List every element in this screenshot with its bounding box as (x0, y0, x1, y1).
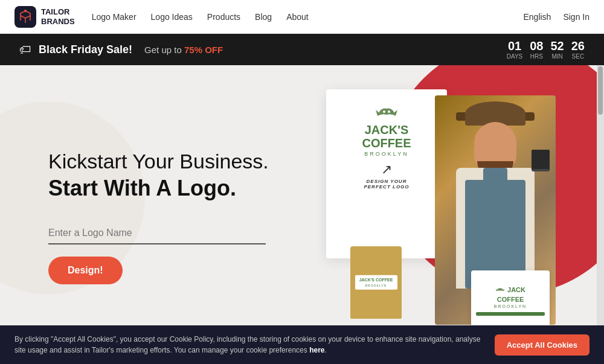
sign-in-link[interactable]: Sign In (563, 12, 590, 22)
logo-name-input-container (48, 223, 266, 244)
navbar-left: TAILOR BRANDS Logo Maker Logo Ideas Prod… (14, 6, 309, 28)
nav-logo-ideas[interactable]: Logo Ideas (151, 12, 193, 22)
logo-mockup-card: JACK'S COFFEE BROOKLYN ↗ DESIGN YOURPERF… (326, 89, 447, 258)
banner-subtitle: Get up to 75% OFF (144, 45, 223, 55)
design-button[interactable]: Design! (48, 257, 123, 284)
logo-name-input[interactable] (48, 223, 266, 244)
hero-tagline-line2: Start With A Logo. (48, 176, 269, 201)
timer-days: 01 Days (507, 40, 523, 60)
coffee-cup (532, 150, 550, 171)
black-friday-banner: 🏷 Black Friday Sale! Get up to 75% OFF 0… (0, 34, 604, 65)
card-brand-name2: COFFEE (497, 296, 524, 303)
card-brand-area: JACK (495, 286, 525, 293)
svg-rect-0 (14, 6, 36, 28)
navbar: TAILOR BRANDS Logo Maker Logo Ideas Prod… (0, 0, 604, 34)
sale-icon: 🏷 (19, 43, 31, 57)
svg-point-1 (24, 10, 27, 12)
timer-hours: 08 Hrs (530, 40, 543, 60)
card-stripe (476, 312, 545, 316)
timer-minutes: 52 Min (551, 40, 564, 60)
apron-bib (483, 168, 507, 183)
card-brand-name: JACK (507, 286, 525, 293)
card-fox-icon (495, 286, 505, 293)
nav-products[interactable]: Products (207, 12, 240, 22)
bottom-brand-card: JACK COFFEE BROOKLYN (471, 270, 550, 331)
hero-section: Kickstart Your Business. Start With A Lo… (0, 65, 604, 364)
timer-seconds: 26 Sec (571, 40, 585, 60)
arrow-icon: ↗ (381, 162, 392, 177)
mockup-brand-name: JACK'S COFFEE (362, 123, 411, 150)
cookie-banner: By clicking "Accept All Cookies", you ac… (0, 325, 604, 364)
logo[interactable]: TAILOR BRANDS (14, 6, 75, 28)
svg-point-2 (383, 110, 385, 113)
banner-left: 🏷 Black Friday Sale! Get up to 75% OFF (19, 43, 223, 57)
fox-icon (374, 104, 399, 121)
banner-title: Black Friday Sale! (39, 43, 132, 56)
hero-content: Kickstart Your Business. Start With A Lo… (48, 150, 269, 284)
person-head (474, 122, 516, 173)
mockup-tagline: DESIGN YOURPERFECT LOGO (364, 179, 409, 190)
bag-label: JACK'S COFFEE BROOKLYN (355, 275, 397, 290)
discount-highlight: 75% OFF (184, 45, 223, 55)
nav-logo-maker[interactable]: Logo Maker (92, 12, 137, 22)
nav-blog[interactable]: Blog (255, 12, 272, 22)
coffee-bag-mockup: JACK'S COFFEE BROOKLYN (350, 246, 402, 319)
hero-image-area: JACK'S COFFEE BROOKLYN ↗ DESIGN YOURPERF… (326, 89, 556, 343)
card-location: BROOKLYN (494, 304, 527, 308)
logo-text: TAILOR BRANDS (41, 7, 75, 26)
cup-base (532, 169, 549, 171)
cookie-preferences-link[interactable]: here (309, 346, 324, 354)
navbar-right: English Sign In (523, 12, 590, 22)
scrollbar-thumb[interactable] (598, 66, 603, 115)
scrollbar[interactable] (597, 65, 604, 364)
nav-links: Logo Maker Logo Ideas Products Blog Abou… (92, 12, 309, 22)
tailor-brands-logo-icon (14, 6, 36, 28)
nav-about[interactable]: About (286, 12, 309, 22)
countdown-timer: 01 Days 08 Hrs 52 Min 26 Sec (507, 40, 585, 60)
accept-cookies-button[interactable]: Accept All Cookies (495, 334, 590, 356)
cookie-text: By clicking "Accept All Cookies", you ac… (14, 334, 483, 356)
language-selector[interactable]: English (523, 12, 551, 22)
hero-tagline-line1: Kickstart Your Business. (48, 150, 269, 173)
svg-point-3 (388, 110, 390, 113)
mockup-location: BROOKLYN (364, 151, 408, 157)
